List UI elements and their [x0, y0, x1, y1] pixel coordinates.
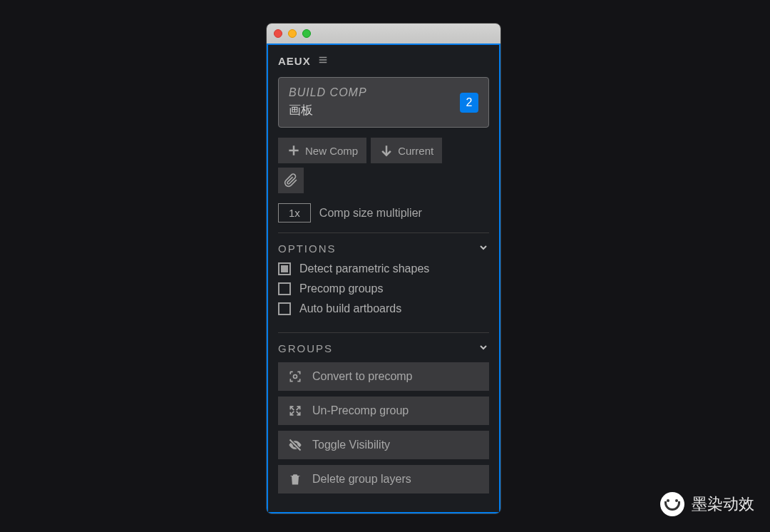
build-comp-name: 画板 — [289, 102, 367, 118]
menu-icon[interactable] — [318, 55, 328, 67]
detect-parametric-option[interactable]: Detect parametric shapes — [278, 262, 489, 275]
eye-off-icon — [288, 438, 302, 452]
un-precomp-button[interactable]: Un-Precomp group — [278, 397, 489, 425]
attach-row — [278, 168, 489, 193]
auto-build-label: Auto build artboards — [299, 302, 401, 315]
delete-label: Delete group layers — [312, 473, 411, 486]
maximize-button[interactable] — [302, 29, 311, 38]
checkbox-icon — [278, 302, 291, 315]
multiplier-value[interactable]: 1x — [278, 203, 311, 222]
auto-build-option[interactable]: Auto build artboards — [278, 302, 489, 315]
options-header[interactable]: OPTIONS — [278, 242, 489, 255]
delete-group-layers-button[interactable]: Delete group layers — [278, 465, 489, 493]
convert-label: Convert to precomp — [312, 370, 413, 383]
expand-icon — [288, 404, 302, 418]
options-section: OPTIONS Detect parametric shapes Precomp… — [278, 242, 489, 333]
panel-header: AEUX — [278, 55, 489, 67]
build-comp-card[interactable]: BUILD COMP 画板 2 — [278, 77, 489, 128]
current-label: Current — [398, 145, 433, 157]
watermark: 墨染动效 — [660, 492, 754, 516]
watermark-text: 墨染动效 — [692, 493, 754, 515]
build-comp-label: BUILD COMP — [289, 86, 367, 99]
chevron-down-icon — [478, 242, 489, 255]
window-titlebar — [267, 24, 500, 44]
minimize-button[interactable] — [288, 29, 297, 38]
attach-button[interactable] — [278, 168, 304, 193]
comp-button-row: New Comp Current — [278, 138, 489, 163]
panel-body: AEUX BUILD COMP 画板 2 N — [267, 44, 500, 513]
plus-icon — [287, 143, 301, 158]
svg-point-6 — [294, 375, 297, 379]
checkbox-icon — [278, 282, 291, 295]
unprecomp-label: Un-Precomp group — [312, 404, 409, 417]
wechat-icon — [660, 492, 684, 516]
precomp-groups-label: Precomp groups — [299, 282, 383, 295]
groups-header-label: GROUPS — [278, 342, 333, 354]
options-header-label: OPTIONS — [278, 242, 337, 255]
detect-parametric-label: Detect parametric shapes — [299, 262, 429, 275]
build-comp-text: BUILD COMP 画板 — [289, 86, 367, 118]
chevron-down-icon — [478, 342, 489, 355]
toggle-vis-label: Toggle Visibility — [312, 439, 390, 451]
arrow-down-icon — [379, 143, 394, 158]
trash-icon — [288, 472, 302, 486]
groups-header[interactable]: GROUPS — [278, 342, 489, 355]
paperclip-icon — [284, 173, 298, 188]
panel-title: AEUX — [278, 55, 311, 67]
toggle-visibility-button[interactable]: Toggle Visibility — [278, 431, 489, 459]
precomp-groups-option[interactable]: Precomp groups — [278, 282, 489, 295]
convert-to-precomp-button[interactable]: Convert to precomp — [278, 362, 489, 391]
multiplier-row: 1x Comp size multiplier — [278, 203, 489, 233]
new-comp-label: New Comp — [305, 145, 358, 157]
close-button[interactable] — [274, 29, 282, 38]
current-comp-button[interactable]: Current — [371, 138, 442, 163]
groups-section: GROUPS Convert to precomp — [278, 342, 489, 493]
layer-count-badge: 2 — [460, 93, 478, 113]
precomp-icon — [288, 369, 302, 384]
new-comp-button[interactable]: New Comp — [278, 138, 366, 163]
plugin-window: AEUX BUILD COMP 画板 2 N — [266, 23, 501, 514]
multiplier-label: Comp size multiplier — [319, 207, 422, 220]
checkbox-checked-icon — [278, 262, 291, 275]
